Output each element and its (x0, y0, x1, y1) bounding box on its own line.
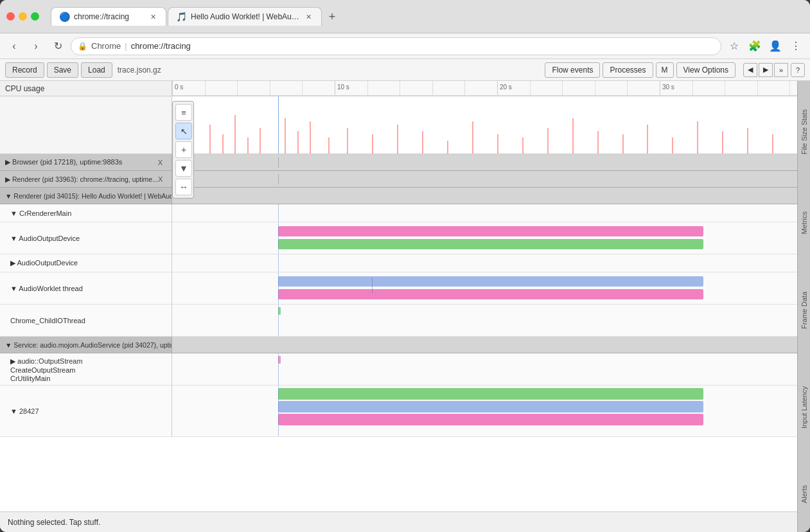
traffic-lights (6, 12, 39, 21)
tab-audio-title: Hello Audio Worklet! | WebAud... (191, 12, 299, 21)
trace-area: CPU usage 0 s 10 s 20 s 30 s (0, 81, 797, 532)
audio-output-device-row2: ▶ AudioOutputDevice (0, 254, 797, 272)
browser-process-row[interactable]: ▶ Browser (pid 17218), uptime:9883s X (0, 154, 797, 171)
load-button[interactable]: Load (81, 62, 112, 78)
crrenderer-main-label: ▼ CrRendererMain (0, 204, 172, 222)
browser-process-content (172, 154, 797, 170)
audio-worklet-content (172, 272, 797, 304)
maximize-button[interactable] (31, 12, 39, 21)
right-sidebar: File Size Stats Metrics Frame Data Input… (797, 81, 810, 532)
sidebar-metrics[interactable]: Metrics (799, 206, 809, 239)
tool-zoom-in[interactable]: + (175, 141, 192, 158)
audio-output-device-label: ▼ AudioOutputDevice (0, 222, 172, 254)
ruler-tick-20s: 20 s (497, 81, 512, 95)
save-button[interactable]: Save (47, 62, 78, 78)
back-button[interactable]: ‹ (5, 37, 23, 55)
renderer-tracing-label: ▶ Renderer (pid 33963): chrome://tracing… (0, 171, 172, 187)
arrow-right-button[interactable]: ▶ (759, 63, 773, 77)
audio-worklet-row: ▼ AudioWorklet thread (0, 272, 797, 305)
help-button[interactable]: ? (791, 63, 805, 77)
status-message: Nothing selected. Tap stuff. (8, 518, 100, 527)
audio-output-stream-content (172, 353, 797, 385)
bookmark-button[interactable]: ☆ (725, 37, 743, 55)
trace-toolbar: Record Save Load trace.json.gz Flow even… (0, 59, 810, 81)
sidebar-frame-data[interactable]: Frame Data (799, 287, 809, 334)
renderer-audio-label: ▼ Renderer (pid 34015): Hello Audio Work… (0, 188, 172, 204)
title-bar: 🔵 chrome://tracing ✕ 🎵 Hello Audio Workl… (0, 0, 810, 33)
ruler-tick-10s: 10 s (335, 81, 349, 95)
tool-pointer[interactable]: ↖ (175, 123, 192, 139)
nav-bar: ‹ › ↻ 🔒 Chrome | chrome://tracing ☆ 🧩 👤 … (0, 33, 810, 59)
ruler-tick-30s: 30 s (660, 81, 674, 95)
sidebar-input-latency[interactable]: Input Latency (799, 381, 809, 434)
renderer-audio-content (172, 188, 797, 204)
audio-worklet-label: ▼ AudioWorklet thread (0, 272, 172, 305)
chrome-child-io-row: Chrome_ChildIOThread (0, 305, 797, 337)
tab-tracing-close[interactable]: ✕ (148, 12, 158, 22)
tool-overlay: ≡ ↖ + ▼ ↔ (172, 101, 194, 199)
close-button[interactable] (6, 12, 15, 21)
tab-tracing[interactable]: 🔵 chrome://tracing ✕ (51, 7, 166, 26)
status-bar: Nothing selected. Tap stuff. (0, 511, 797, 532)
chrome-child-io-label: Chrome_ChildIOThread (0, 305, 172, 337)
sidebar-file-size[interactable]: File Size Stats (799, 104, 809, 159)
browser-brand: Chrome (91, 41, 121, 51)
renderer-audio-process-row[interactable]: ▼ Renderer (pid 34015): Hello Audio Work… (0, 188, 797, 204)
toolbar-right-buttons: Flow events Processes M View Options ◀ ▶… (545, 62, 805, 78)
nav-right-icons: ☆ 🧩 👤 ⋮ (725, 37, 805, 55)
thread-28427-label: ▼ 28427 (0, 386, 172, 437)
arrow-left-button[interactable]: ◀ (743, 63, 757, 77)
processes-button[interactable]: Processes (603, 62, 653, 78)
renderer-tracing-process-row[interactable]: ▶ Renderer (pid 33963): chrome://tracing… (0, 171, 797, 188)
address-bar[interactable]: 🔒 Chrome | chrome://tracing (71, 37, 721, 55)
address-separator: | (125, 41, 127, 51)
minimize-button[interactable] (19, 12, 27, 21)
browser-process-close[interactable]: X (158, 159, 166, 166)
forward-button[interactable]: › (27, 37, 45, 55)
nav-arrows: ◀ ▶ » ? (743, 63, 805, 77)
service-audio-process-row[interactable]: ▼ Service: audio.mojom.AudioService (pid… (0, 337, 797, 353)
trace-filename: trace.json.gz (118, 66, 161, 75)
flow-events-button[interactable]: Flow events (545, 62, 600, 78)
audio-output-stream-label: ▶ audio::OutputStream CreateOutputStream… (0, 353, 172, 386)
trace-content[interactable]: ▶ Browser (pid 17218), uptime:9883s X ▶ … (0, 96, 797, 511)
arrow-full-button[interactable]: » (774, 63, 788, 77)
thread-28427-row: ▼ 28427 (0, 386, 797, 437)
cpu-chart-area (172, 96, 797, 154)
view-options-button[interactable]: View Options (676, 62, 735, 78)
ruler-tick-0s: 0 s (172, 81, 183, 95)
tab-bar: 🔵 chrome://tracing ✕ 🎵 Hello Audio Workl… (51, 7, 804, 26)
crrenderer-main-content (172, 204, 797, 222)
cpu-usage-row (0, 96, 797, 154)
tool-pan[interactable]: ↔ (175, 179, 192, 195)
sidebar-alerts[interactable]: Alerts (799, 480, 809, 508)
tab-tracing-favicon: 🔵 (59, 12, 70, 22)
cpu-usage-label: CPU usage (0, 81, 172, 96)
menu-button[interactable]: ⋮ (787, 37, 805, 55)
main-content: CPU usage 0 s 10 s 20 s 30 s (0, 81, 810, 532)
audio-output-device-label2: ▶ AudioOutputDevice (0, 254, 172, 272)
tab-audio[interactable]: 🎵 Hello Audio Worklet! | WebAud... ✕ (168, 7, 322, 26)
record-button[interactable]: Record (5, 62, 44, 78)
reload-button[interactable]: ↻ (49, 37, 67, 55)
audio-output-stream-row: ▶ audio::OutputStream CreateOutputStream… (0, 353, 797, 386)
renderer-tracing-close[interactable]: X (158, 175, 166, 183)
audio-output-device-content2 (172, 254, 797, 272)
chrome-child-io-content (172, 305, 797, 336)
crrenderer-main-row: ▼ CrRendererMain (0, 204, 797, 222)
timeline-header: CPU usage 0 s 10 s 20 s 30 s (0, 81, 797, 96)
browser-process-label: ▶ Browser (pid 17218), uptime:9883s X (0, 154, 172, 170)
tab-tracing-title: chrome://tracing (74, 12, 144, 21)
profile-button[interactable]: 👤 (766, 37, 784, 55)
lock-icon: 🔒 (78, 42, 87, 51)
new-tab-button[interactable]: + (323, 8, 341, 26)
extensions-button[interactable]: 🧩 (746, 37, 764, 55)
audio-output-device-content (172, 222, 797, 254)
cpu-label-area (0, 96, 172, 154)
thread-28427-content (172, 386, 797, 436)
service-audio-label: ▼ Service: audio.mojom.AudioService (pid… (0, 337, 172, 353)
tool-scroll-up[interactable]: ≡ (175, 104, 192, 121)
tool-zoom-out[interactable]: ▼ (175, 160, 192, 177)
tab-audio-close[interactable]: ✕ (303, 12, 313, 22)
m-button[interactable]: M (656, 62, 674, 78)
